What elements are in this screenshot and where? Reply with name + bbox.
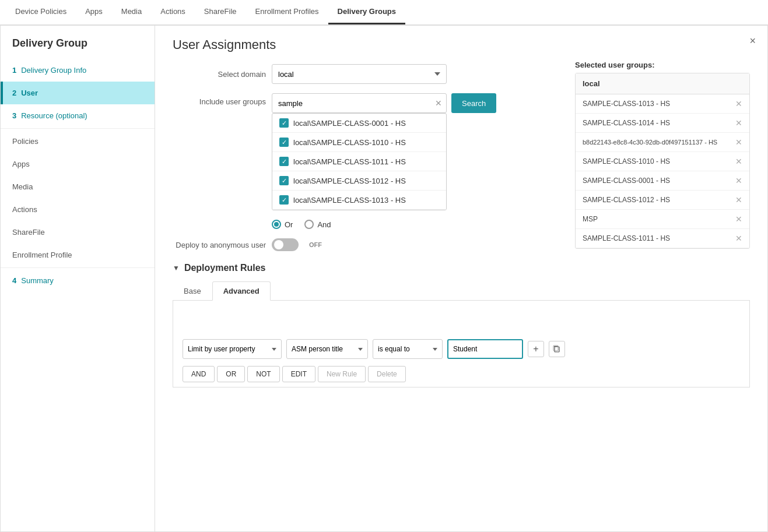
- sidebar-item-label: ShareFile: [12, 228, 45, 237]
- main-content: × User Assignments Select domain local I…: [155, 26, 767, 531]
- tabs-row: Base Advanced: [173, 281, 750, 301]
- checkbox-checked-icon: ✓: [279, 157, 289, 166]
- nav-device-policies[interactable]: Device Policies: [6, 0, 76, 24]
- radio-or[interactable]: Or: [272, 220, 293, 229]
- collapse-icon[interactable]: ▼: [173, 264, 180, 272]
- selected-group-item: SAMPLE-CLASS-0001 - HS ✕: [576, 171, 749, 191]
- sidebar-item-actions[interactable]: Actions: [1, 198, 155, 221]
- remove-group-button[interactable]: ✕: [735, 195, 742, 205]
- selected-group-item: b8d22143-e8c8-4c30-92db-d0f497151137 - H…: [576, 133, 749, 152]
- sidebar-item-policies[interactable]: Policies: [1, 130, 155, 153]
- copy-icon: [553, 345, 561, 353]
- top-navigation: Device Policies Apps Media Actions Share…: [0, 0, 768, 25]
- nav-enrollment-profiles[interactable]: Enrollment Profiles: [246, 0, 328, 24]
- selected-group-item: SAMPLE-CLASS-1014 - HS ✕: [576, 114, 749, 133]
- nav-apps[interactable]: Apps: [76, 0, 112, 24]
- rule-add-button[interactable]: +: [528, 341, 544, 357]
- group-name: SAMPLE-CLASS-1014 - HS: [583, 119, 670, 127]
- step-2-number: 2: [12, 89, 16, 97]
- radio-and-label: And: [317, 220, 331, 229]
- remove-group-button[interactable]: ✕: [735, 118, 742, 128]
- and-button[interactable]: AND: [183, 366, 215, 382]
- select-domain-label: Select domain: [173, 70, 266, 79]
- limit-by-select[interactable]: Limit by user property: [183, 339, 282, 359]
- deploy-anonymous-label: Deploy to anonymous user: [173, 241, 266, 249]
- list-item[interactable]: ✓ local\SAMPLE-CLASS-0001 - HS: [272, 114, 446, 133]
- sidebar-item-delivery-group-info[interactable]: 1 Delivery Group Info: [1, 59, 155, 82]
- remove-group-button[interactable]: ✕: [735, 138, 742, 147]
- edit-button[interactable]: EDIT: [282, 366, 315, 382]
- checkbox-checked-icon: ✓: [279, 195, 289, 205]
- list-item[interactable]: ✓ local\SAMPLE-CLASS-1010 - HS: [272, 133, 446, 152]
- new-rule-button[interactable]: New Rule: [318, 366, 366, 382]
- group-name: MSP: [583, 215, 598, 223]
- radio-and[interactable]: And: [304, 220, 331, 229]
- sidebar-item-label: Actions: [12, 205, 37, 214]
- remove-group-button[interactable]: ✕: [735, 176, 742, 185]
- condition-select[interactable]: is equal to: [373, 339, 443, 359]
- sidebar-item-user[interactable]: 2 User: [1, 82, 155, 104]
- select-domain-dropdown[interactable]: local: [272, 64, 447, 84]
- tab-advanced[interactable]: Advanced: [212, 281, 271, 301]
- group-name: SAMPLE-CLASS-1012 - HS: [583, 196, 670, 204]
- list-item[interactable]: ✓ local\SAMPLE-CLASS-1012 - HS: [272, 171, 446, 191]
- radio-and-circle: [304, 220, 314, 229]
- asm-person-select[interactable]: ASM person title: [286, 339, 368, 359]
- list-item[interactable]: ✓ local\SAMPLE-CLASS-1013 - HS: [272, 191, 446, 210]
- nav-sharefile[interactable]: ShareFile: [195, 0, 246, 24]
- sidebar: Delivery Group 1 Delivery Group Info 2 U…: [1, 26, 155, 531]
- selected-group-item: SAMPLE-CLASS-1010 - HS ✕: [576, 152, 749, 171]
- sidebar-item-label: Resource (optional): [21, 111, 87, 120]
- delete-button[interactable]: Delete: [368, 366, 406, 382]
- search-button[interactable]: Search: [451, 93, 496, 113]
- remove-group-button[interactable]: ✕: [735, 99, 742, 108]
- remove-group-button[interactable]: ✕: [735, 157, 742, 166]
- deployment-rules-label: Deployment Rules: [184, 263, 266, 273]
- sidebar-item-label: User: [21, 89, 38, 97]
- rule-copy-button[interactable]: [549, 341, 565, 357]
- sidebar-item-resource[interactable]: 3 Resource (optional): [1, 104, 155, 127]
- selected-group-item: MSP ✕: [576, 210, 749, 229]
- close-button[interactable]: ×: [749, 35, 756, 47]
- or-button[interactable]: OR: [217, 366, 245, 382]
- sidebar-item-label: Apps: [12, 160, 30, 168]
- remove-group-button[interactable]: ✕: [735, 234, 742, 243]
- sidebar-item-summary[interactable]: 4 Summary: [1, 269, 155, 292]
- sidebar-item-enrollment-profile[interactable]: Enrollment Profile: [1, 244, 155, 266]
- list-item-text: local\SAMPLE-CLASS-0001 - HS: [293, 119, 406, 128]
- sidebar-item-sharefile[interactable]: ShareFile: [1, 221, 155, 244]
- selected-group-item: SAMPLE-CLASS-1013 - HS ✕: [576, 94, 749, 114]
- dropdown-list: ✓ local\SAMPLE-CLASS-0001 - HS ✓ local\S…: [272, 113, 447, 210]
- sidebar-title: Delivery Group: [1, 31, 155, 59]
- sidebar-item-media[interactable]: Media: [1, 175, 155, 198]
- nav-delivery-groups[interactable]: Delivery Groups: [328, 0, 405, 24]
- group-name: SAMPLE-CLASS-0001 - HS: [583, 177, 670, 185]
- sidebar-item-label: Summary: [21, 276, 54, 285]
- selected-groups-box: local SAMPLE-CLASS-1013 - HS ✕ SAMPLE-CL…: [575, 73, 750, 249]
- include-user-groups-label: Include user groups: [173, 93, 266, 106]
- page-title: User Assignments: [173, 37, 750, 52]
- selected-groups-panel: Selected user groups: local SAMPLE-CLASS…: [575, 61, 750, 249]
- nav-media[interactable]: Media: [112, 0, 151, 24]
- group-name: SAMPLE-CLASS-1011 - HS: [583, 234, 670, 242]
- group-name: SAMPLE-CLASS-1013 - HS: [583, 100, 670, 108]
- rule-value-input[interactable]: [447, 339, 523, 359]
- deploy-anonymous-toggle[interactable]: [272, 238, 299, 251]
- nav-actions[interactable]: Actions: [151, 0, 195, 24]
- rule-row: Limit by user property ASM person title …: [183, 339, 740, 359]
- sidebar-item-label: Delivery Group Info: [21, 66, 86, 75]
- sidebar-item-label: Policies: [12, 137, 38, 146]
- tab-base[interactable]: Base: [173, 281, 212, 301]
- remove-group-button[interactable]: ✕: [735, 214, 742, 224]
- search-input[interactable]: [272, 93, 447, 113]
- list-item[interactable]: ✓ local\SAMPLE-CLASS-1011 - HS: [272, 152, 446, 171]
- sidebar-item-apps[interactable]: Apps: [1, 153, 155, 175]
- selected-group-item: SAMPLE-CLASS-1012 - HS ✕: [576, 191, 749, 210]
- rule-action-buttons: AND OR NOT EDIT New Rule Delete: [183, 366, 740, 382]
- list-item-text: local\SAMPLE-CLASS-1013 - HS: [293, 196, 406, 205]
- not-button[interactable]: NOT: [247, 366, 279, 382]
- checkbox-checked-icon: ✓: [279, 176, 289, 185]
- list-item-text: local\SAMPLE-CLASS-1011 - HS: [293, 157, 406, 166]
- clear-search-icon[interactable]: ✕: [435, 98, 442, 108]
- step-3-number: 3: [12, 111, 16, 120]
